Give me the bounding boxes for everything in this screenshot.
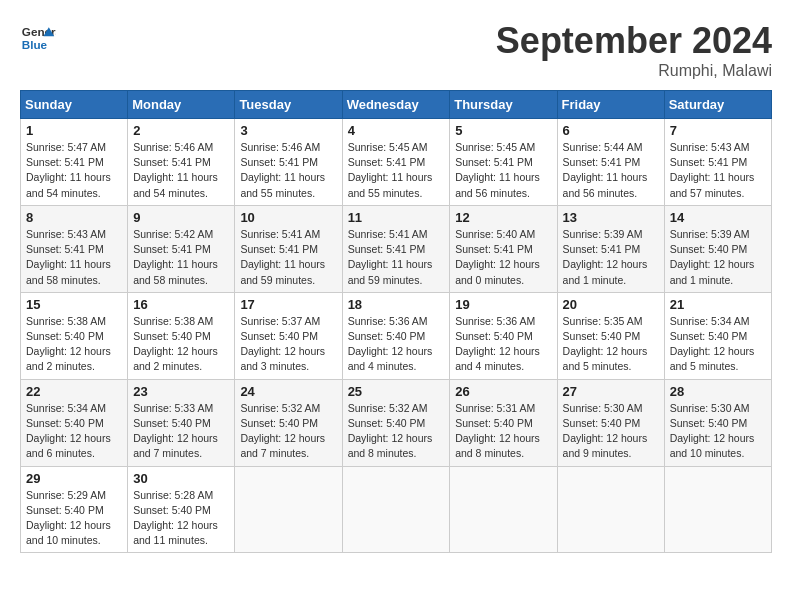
calendar-day-13: 13 Sunrise: 5:39 AMSunset: 5:41 PMDaylig… (557, 205, 664, 292)
calendar-day-4: 4 Sunrise: 5:45 AMSunset: 5:41 PMDayligh… (342, 119, 450, 206)
day-number: 26 (455, 384, 551, 399)
calendar-day-20: 20 Sunrise: 5:35 AMSunset: 5:40 PMDaylig… (557, 292, 664, 379)
day-number: 25 (348, 384, 445, 399)
day-number: 28 (670, 384, 766, 399)
day-info: Sunrise: 5:37 AMSunset: 5:40 PMDaylight:… (240, 314, 336, 375)
day-info: Sunrise: 5:33 AMSunset: 5:40 PMDaylight:… (133, 401, 229, 462)
calendar-table: SundayMondayTuesdayWednesdayThursdayFrid… (20, 90, 772, 553)
calendar-day-27: 27 Sunrise: 5:30 AMSunset: 5:40 PMDaylig… (557, 379, 664, 466)
calendar-day-12: 12 Sunrise: 5:40 AMSunset: 5:41 PMDaylig… (450, 205, 557, 292)
day-info: Sunrise: 5:47 AMSunset: 5:41 PMDaylight:… (26, 140, 122, 201)
calendar-day-10: 10 Sunrise: 5:41 AMSunset: 5:41 PMDaylig… (235, 205, 342, 292)
calendar-day-8: 8 Sunrise: 5:43 AMSunset: 5:41 PMDayligh… (21, 205, 128, 292)
day-number: 21 (670, 297, 766, 312)
location-subtitle: Rumphi, Malawi (496, 62, 772, 80)
day-info: Sunrise: 5:38 AMSunset: 5:40 PMDaylight:… (133, 314, 229, 375)
day-number: 2 (133, 123, 229, 138)
calendar-week-2: 8 Sunrise: 5:43 AMSunset: 5:41 PMDayligh… (21, 205, 772, 292)
title-block: September 2024 Rumphi, Malawi (496, 20, 772, 80)
calendar-day-17: 17 Sunrise: 5:37 AMSunset: 5:40 PMDaylig… (235, 292, 342, 379)
calendar-week-1: 1 Sunrise: 5:47 AMSunset: 5:41 PMDayligh… (21, 119, 772, 206)
month-title: September 2024 (496, 20, 772, 62)
logo-icon: General Blue (20, 20, 56, 56)
calendar-day-21: 21 Sunrise: 5:34 AMSunset: 5:40 PMDaylig… (664, 292, 771, 379)
day-number: 20 (563, 297, 659, 312)
day-number: 18 (348, 297, 445, 312)
day-info: Sunrise: 5:46 AMSunset: 5:41 PMDaylight:… (240, 140, 336, 201)
day-number: 10 (240, 210, 336, 225)
day-info: Sunrise: 5:39 AMSunset: 5:40 PMDaylight:… (670, 227, 766, 288)
day-number: 4 (348, 123, 445, 138)
calendar-day-19: 19 Sunrise: 5:36 AMSunset: 5:40 PMDaylig… (450, 292, 557, 379)
calendar-day-30: 30 Sunrise: 5:28 AMSunset: 5:40 PMDaylig… (128, 466, 235, 553)
day-info: Sunrise: 5:41 AMSunset: 5:41 PMDaylight:… (348, 227, 445, 288)
calendar-day-2: 2 Sunrise: 5:46 AMSunset: 5:41 PMDayligh… (128, 119, 235, 206)
weekday-header-saturday: Saturday (664, 91, 771, 119)
calendar-day-9: 9 Sunrise: 5:42 AMSunset: 5:41 PMDayligh… (128, 205, 235, 292)
weekday-header-thursday: Thursday (450, 91, 557, 119)
day-info: Sunrise: 5:38 AMSunset: 5:40 PMDaylight:… (26, 314, 122, 375)
day-number: 14 (670, 210, 766, 225)
day-info: Sunrise: 5:32 AMSunset: 5:40 PMDaylight:… (240, 401, 336, 462)
calendar-week-5: 29 Sunrise: 5:29 AMSunset: 5:40 PMDaylig… (21, 466, 772, 553)
weekday-header-monday: Monday (128, 91, 235, 119)
day-info: Sunrise: 5:43 AMSunset: 5:41 PMDaylight:… (26, 227, 122, 288)
calendar-day-22: 22 Sunrise: 5:34 AMSunset: 5:40 PMDaylig… (21, 379, 128, 466)
calendar-day-14: 14 Sunrise: 5:39 AMSunset: 5:40 PMDaylig… (664, 205, 771, 292)
empty-day (235, 466, 342, 553)
day-info: Sunrise: 5:45 AMSunset: 5:41 PMDaylight:… (348, 140, 445, 201)
logo: General Blue (20, 20, 56, 56)
day-number: 17 (240, 297, 336, 312)
empty-day (664, 466, 771, 553)
day-info: Sunrise: 5:46 AMSunset: 5:41 PMDaylight:… (133, 140, 229, 201)
day-number: 3 (240, 123, 336, 138)
day-info: Sunrise: 5:40 AMSunset: 5:41 PMDaylight:… (455, 227, 551, 288)
day-info: Sunrise: 5:34 AMSunset: 5:40 PMDaylight:… (670, 314, 766, 375)
day-number: 8 (26, 210, 122, 225)
calendar-day-5: 5 Sunrise: 5:45 AMSunset: 5:41 PMDayligh… (450, 119, 557, 206)
day-info: Sunrise: 5:39 AMSunset: 5:41 PMDaylight:… (563, 227, 659, 288)
day-info: Sunrise: 5:45 AMSunset: 5:41 PMDaylight:… (455, 140, 551, 201)
day-number: 16 (133, 297, 229, 312)
day-number: 6 (563, 123, 659, 138)
day-number: 24 (240, 384, 336, 399)
empty-day (450, 466, 557, 553)
weekday-header-tuesday: Tuesday (235, 91, 342, 119)
day-number: 13 (563, 210, 659, 225)
calendar-week-4: 22 Sunrise: 5:34 AMSunset: 5:40 PMDaylig… (21, 379, 772, 466)
calendar-day-6: 6 Sunrise: 5:44 AMSunset: 5:41 PMDayligh… (557, 119, 664, 206)
svg-text:Blue: Blue (22, 38, 48, 51)
page-header: General Blue September 2024 Rumphi, Mala… (20, 20, 772, 80)
calendar-day-11: 11 Sunrise: 5:41 AMSunset: 5:41 PMDaylig… (342, 205, 450, 292)
day-number: 22 (26, 384, 122, 399)
day-number: 1 (26, 123, 122, 138)
day-info: Sunrise: 5:32 AMSunset: 5:40 PMDaylight:… (348, 401, 445, 462)
day-info: Sunrise: 5:35 AMSunset: 5:40 PMDaylight:… (563, 314, 659, 375)
calendar-day-25: 25 Sunrise: 5:32 AMSunset: 5:40 PMDaylig… (342, 379, 450, 466)
day-info: Sunrise: 5:42 AMSunset: 5:41 PMDaylight:… (133, 227, 229, 288)
day-info: Sunrise: 5:36 AMSunset: 5:40 PMDaylight:… (455, 314, 551, 375)
day-number: 11 (348, 210, 445, 225)
calendar-day-15: 15 Sunrise: 5:38 AMSunset: 5:40 PMDaylig… (21, 292, 128, 379)
day-info: Sunrise: 5:30 AMSunset: 5:40 PMDaylight:… (670, 401, 766, 462)
empty-day (557, 466, 664, 553)
calendar-day-7: 7 Sunrise: 5:43 AMSunset: 5:41 PMDayligh… (664, 119, 771, 206)
calendar-day-29: 29 Sunrise: 5:29 AMSunset: 5:40 PMDaylig… (21, 466, 128, 553)
calendar-day-18: 18 Sunrise: 5:36 AMSunset: 5:40 PMDaylig… (342, 292, 450, 379)
calendar-week-3: 15 Sunrise: 5:38 AMSunset: 5:40 PMDaylig… (21, 292, 772, 379)
day-number: 9 (133, 210, 229, 225)
calendar-day-28: 28 Sunrise: 5:30 AMSunset: 5:40 PMDaylig… (664, 379, 771, 466)
calendar-day-26: 26 Sunrise: 5:31 AMSunset: 5:40 PMDaylig… (450, 379, 557, 466)
day-number: 27 (563, 384, 659, 399)
day-info: Sunrise: 5:41 AMSunset: 5:41 PMDaylight:… (240, 227, 336, 288)
day-number: 29 (26, 471, 122, 486)
day-info: Sunrise: 5:36 AMSunset: 5:40 PMDaylight:… (348, 314, 445, 375)
day-number: 30 (133, 471, 229, 486)
weekday-header-friday: Friday (557, 91, 664, 119)
day-info: Sunrise: 5:34 AMSunset: 5:40 PMDaylight:… (26, 401, 122, 462)
calendar-day-24: 24 Sunrise: 5:32 AMSunset: 5:40 PMDaylig… (235, 379, 342, 466)
day-info: Sunrise: 5:31 AMSunset: 5:40 PMDaylight:… (455, 401, 551, 462)
calendar-day-3: 3 Sunrise: 5:46 AMSunset: 5:41 PMDayligh… (235, 119, 342, 206)
day-number: 15 (26, 297, 122, 312)
day-info: Sunrise: 5:29 AMSunset: 5:40 PMDaylight:… (26, 488, 122, 549)
